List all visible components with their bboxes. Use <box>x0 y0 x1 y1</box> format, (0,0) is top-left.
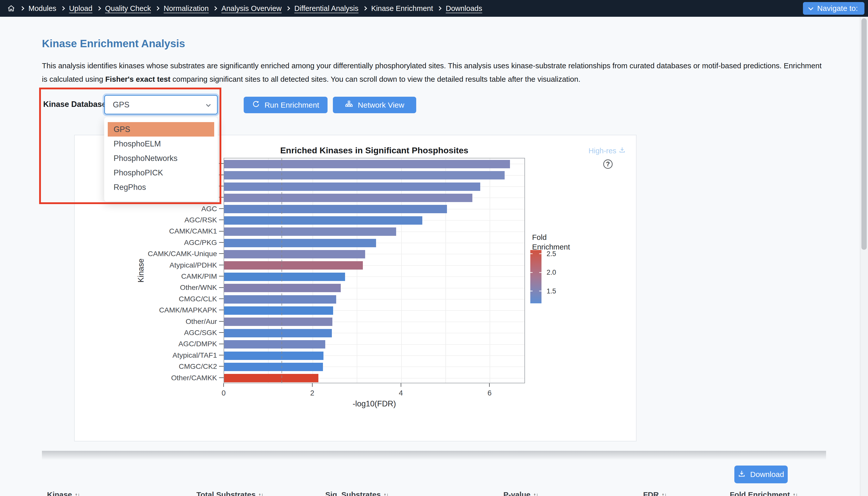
bar-camk-pim <box>224 273 345 281</box>
scrollbar-thumb[interactable] <box>862 18 867 250</box>
run-enrichment-button[interactable]: Run Enrichment <box>244 97 328 113</box>
kinase-database-select[interactable]: GPS <box>104 95 218 114</box>
page-description: This analysis identifies kinases whose s… <box>42 59 822 86</box>
y-tick-mark <box>219 310 224 310</box>
network-icon <box>345 100 353 110</box>
y-tick-mark <box>219 265 224 265</box>
table-header-sig-substrates[interactable]: Sig. Substrates↑↓ <box>325 491 388 496</box>
network-view-label: Network View <box>358 101 404 109</box>
legend-tick-dash <box>539 253 541 254</box>
y-tick-mark <box>219 208 224 209</box>
chevron-right-icon <box>363 6 367 11</box>
y-axis-label: CMGC/CLK <box>80 293 217 304</box>
x-tick-label: 0 <box>222 389 226 397</box>
bar-agc-dmpk <box>224 340 325 348</box>
y-tick-mark <box>219 276 224 276</box>
legend-title: Fold Enrichment <box>532 233 585 252</box>
gridline <box>490 158 490 383</box>
y-tick-mark <box>219 186 224 186</box>
legend-tick-label: 2.5 <box>547 250 556 258</box>
dropdown-option-phosphoelm[interactable]: PhosphoELM <box>104 137 218 151</box>
description-line-2-bold: Fisher's exact test <box>105 75 170 83</box>
legend-tick-dash <box>530 253 533 254</box>
y-axis-label: AGC <box>80 203 217 214</box>
y-tick-mark <box>219 366 224 367</box>
y-axis-label: AGC/PKG <box>80 237 217 248</box>
breadcrumb-item-differential-analysis[interactable]: Differential Analysis <box>294 4 359 13</box>
table-header-kinase[interactable]: Kinase↑↓ <box>47 491 79 496</box>
legend-tick-dash <box>539 291 541 291</box>
y-axis-label: Other/CAMKK <box>80 372 217 383</box>
sort-icon: ↑↓ <box>74 491 79 496</box>
y-axis-label: AGC/DMPK <box>80 338 217 349</box>
x-tick-label: 6 <box>488 389 491 397</box>
bar-hidden-2 <box>224 183 480 191</box>
dropdown-option-regphos[interactable]: RegPhos <box>104 180 218 195</box>
x-tick-mark <box>489 383 490 387</box>
y-axis-label: AGC/SGK <box>80 327 217 338</box>
breadcrumb-item-quality-check[interactable]: Quality Check <box>105 4 151 13</box>
chevron-right-icon <box>155 6 160 11</box>
chevron-right-icon <box>60 6 65 11</box>
description-line-2-post: comparing significant sites to all detec… <box>170 75 581 83</box>
bar-agc-pkg <box>224 239 376 247</box>
home-icon[interactable] <box>7 4 15 13</box>
x-axis: 0246 <box>224 383 525 414</box>
y-tick-mark <box>219 197 224 198</box>
download-button[interactable]: Download <box>734 466 788 483</box>
y-tick-mark <box>219 231 224 232</box>
header-label: FDR <box>643 491 659 496</box>
header-label: Total Substrates <box>196 491 256 496</box>
kinase-database-dropdown-menu: GPSPhosphoELMPhosphoNetworksPhosphoPICKR… <box>104 117 218 202</box>
network-view-button[interactable]: Network View <box>333 97 416 113</box>
y-tick-mark <box>219 344 224 344</box>
breadcrumb-item-upload[interactable]: Upload <box>69 4 92 13</box>
breadcrumb-item-normalization[interactable]: Normalization <box>164 4 209 13</box>
y-axis-label: CAMK/CAMK1 <box>80 226 217 236</box>
dropdown-option-gps[interactable]: GPS <box>108 122 214 137</box>
navigate-to-button[interactable]: Navigate to: <box>803 2 865 15</box>
y-axis-label: Atypical/PDHK <box>80 260 217 270</box>
sort-icon: ↑↓ <box>258 491 263 496</box>
navigate-to-label: Navigate to: <box>817 4 858 13</box>
breadcrumb-item-modules[interactable]: Modules <box>28 4 56 13</box>
breadcrumb-item-kinase-enrichment[interactable]: Kinase Enrichment <box>371 4 433 13</box>
y-axis-label: Other/WNK <box>80 282 217 293</box>
bar-cmgc-ck2 <box>224 363 323 371</box>
breadcrumb-item-analysis-overview[interactable]: Analysis Overview <box>221 4 282 13</box>
y-tick-mark <box>219 287 224 288</box>
top-nav-bar: ModulesUploadQuality CheckNormalizationA… <box>0 0 868 17</box>
y-axis-label: CAMK/CAMK-Unique <box>80 248 217 259</box>
y-tick-mark <box>219 175 224 175</box>
legend-tick-dash <box>530 272 533 273</box>
download-icon <box>738 470 746 479</box>
legend-tick-dash <box>539 272 541 273</box>
download-icon <box>619 146 626 155</box>
refresh-icon <box>252 100 260 110</box>
dropdown-option-phosphonetworks[interactable]: PhosphoNetworks <box>104 151 218 166</box>
gridline <box>268 158 269 383</box>
bar-camk-camk1 <box>224 228 396 236</box>
breadcrumb-item-downloads[interactable]: Downloads <box>446 4 482 13</box>
bar-hidden-0 <box>224 160 510 168</box>
bar-agc-rsk <box>224 216 422 224</box>
table-header-fdr[interactable]: FDR↑↓ <box>643 491 667 496</box>
bar-atypical-pdhk <box>224 261 363 269</box>
download-label: Download <box>750 470 784 479</box>
x-tick-mark <box>223 383 224 387</box>
help-icon[interactable]: ? <box>603 159 613 169</box>
x-tick-mark <box>312 383 313 387</box>
chevron-right-icon <box>286 6 290 11</box>
page-title: Kinase Enrichment Analysis <box>42 37 185 50</box>
legend-tick-dash <box>530 291 533 291</box>
dropdown-option-phosphopick[interactable]: PhosphoPICK <box>104 166 218 180</box>
table-header-p-value[interactable]: P-value↑↓ <box>503 491 538 496</box>
sort-icon: ↑↓ <box>383 491 388 496</box>
table-header-total-substrates[interactable]: Total Substrates↑↓ <box>196 491 263 496</box>
run-enrichment-label: Run Enrichment <box>265 101 319 109</box>
header-label: Fold Enrichment <box>730 491 790 496</box>
table-header-fold-enrichment[interactable]: Fold Enrichment↑↓ <box>730 491 798 496</box>
kinase-database-label: Kinase Database: <box>43 100 109 109</box>
x-axis-title: -log10(FDR) <box>224 399 525 408</box>
high-res-download-link[interactable]: High-res <box>588 146 626 155</box>
